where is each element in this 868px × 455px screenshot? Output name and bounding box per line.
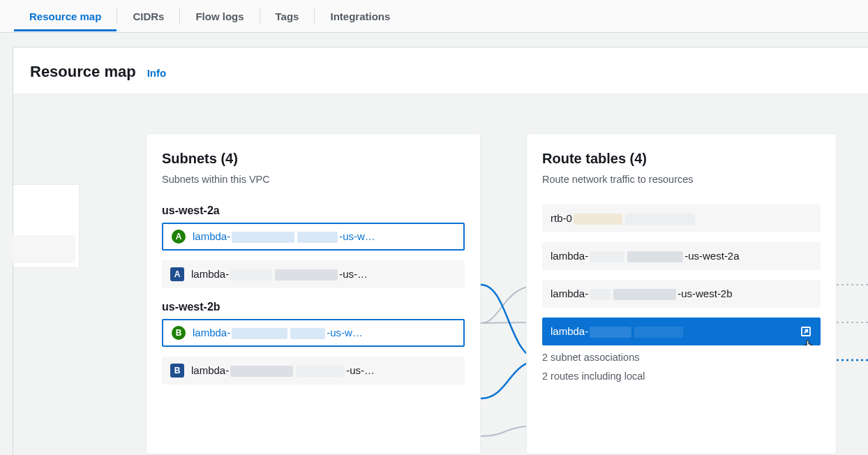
subnet-name: lambda--us-… xyxy=(191,364,375,377)
route-table-name: lambda--us-west-2a xyxy=(551,250,740,262)
az-badge-icon: B xyxy=(170,364,184,378)
tab-flow-logs[interactable]: Flow logs xyxy=(180,2,259,31)
subnet-item[interactable]: B lambda--us-w… xyxy=(162,319,465,347)
az-badge-icon: B xyxy=(172,326,186,340)
tab-integrations[interactable]: Integrations xyxy=(315,2,405,31)
route-table-name: lambda- xyxy=(551,325,684,338)
cursor-hand-icon xyxy=(801,337,816,345)
az-badge-icon: A xyxy=(172,230,186,244)
route-table-item-selected[interactable]: lambda- xyxy=(542,318,821,345)
tab-cidrs[interactable]: CIDRs xyxy=(117,2,179,31)
card-route-tables: Route tables (4) Route network traffic t… xyxy=(526,133,837,454)
subnets-subheading: Subnets within this VPC xyxy=(162,174,465,185)
subnet-item[interactable]: B lambda--us-… xyxy=(162,357,465,385)
tab-bar: Resource map CIDRs Flow logs Tags Integr… xyxy=(0,0,868,33)
route-tables-heading: Route tables (4) xyxy=(542,151,821,167)
left-card-stub xyxy=(13,184,80,268)
az-badge-icon: A xyxy=(170,267,184,281)
az-label-us-west-2b: us-west-2b xyxy=(162,301,465,313)
resource-map-canvas[interactable]: Subnets (4) Subnets within this VPC us-w… xyxy=(13,94,868,455)
info-link[interactable]: Info xyxy=(147,67,167,79)
route-tables-subheading: Route network traffic to resources xyxy=(542,174,821,185)
route-table-item[interactable]: lambda--us-west-2a xyxy=(542,242,821,270)
subnet-item[interactable]: A lambda--us-w… xyxy=(162,223,465,251)
az-label-us-west-2a: us-west-2a xyxy=(162,204,465,217)
stub-item xyxy=(13,235,75,263)
route-table-item[interactable]: rtb-0 xyxy=(542,204,821,232)
subnet-name: lambda--us-w… xyxy=(193,327,363,339)
card-subnets: Subnets (4) Subnets within this VPC us-w… xyxy=(146,133,481,454)
panel-resource-map: Resource map Info Subnets (4) Subnets wi… xyxy=(13,47,868,455)
route-table-name: lambda--us-west-2b xyxy=(551,288,733,300)
tab-tags[interactable]: Tags xyxy=(260,2,315,31)
tab-resource-map[interactable]: Resource map xyxy=(14,2,117,31)
route-table-item[interactable]: lambda--us-west-2b xyxy=(542,280,821,308)
subnet-item[interactable]: A lambda--us-… xyxy=(162,260,465,288)
route-table-detail-associations: 2 subnet associations xyxy=(542,350,821,366)
page-title: Resource map xyxy=(30,63,136,81)
subnets-heading: Subnets (4) xyxy=(162,151,465,167)
panel-header: Resource map Info xyxy=(13,47,868,94)
open-external-icon[interactable] xyxy=(800,325,812,338)
route-table-name: rtb-0 xyxy=(551,212,696,225)
subnet-name: lambda--us-… xyxy=(191,268,368,281)
route-table-detail-routes: 2 routes including local xyxy=(542,368,821,385)
subnet-name: lambda--us-w… xyxy=(193,230,375,243)
